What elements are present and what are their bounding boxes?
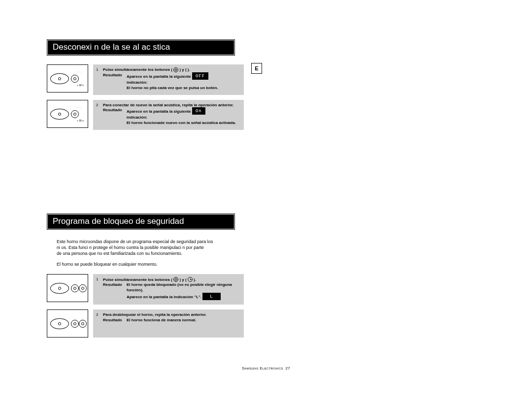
- result-label: Resultado: [103, 73, 127, 91]
- diagram-label: + 30 s: [77, 119, 84, 122]
- language-badge: E: [251, 63, 262, 74]
- result-label: Resultado: [103, 282, 127, 301]
- dial-icon: [50, 109, 69, 120]
- dial-icon: [50, 318, 69, 329]
- dial-icon: [50, 283, 69, 294]
- diagram-oven-buttons: [47, 309, 88, 338]
- sec2-step2-body: 2 Para desbloquear el horno, repita la o…: [93, 309, 244, 338]
- result-label: Resultado: [103, 108, 127, 126]
- dial-icon: [50, 73, 69, 84]
- sec2-step1-row: 1 Pulse simultáneamente los botones ( ) …: [47, 274, 244, 305]
- section2-paragraph2: El horno se puede bloquear en cualquier …: [57, 261, 254, 267]
- text: ) y (: [179, 277, 186, 282]
- text: Para desbloquear el horno, repita la ope…: [103, 312, 206, 317]
- text: ).: [188, 67, 190, 72]
- sec1-step1-body: 1 Pulse simultáneamente los botones ( ) …: [93, 64, 244, 95]
- text: Para conectar de nuevo la señal acústica…: [103, 103, 233, 107]
- step-number: 2: [96, 312, 98, 318]
- button-clock-icon: [79, 284, 87, 292]
- section1-title: Desconexi n de la se al ac stica: [47, 40, 234, 55]
- sec1-step2-body: 2 Para conectar de nuevo la señal acústi…: [93, 100, 244, 130]
- text: El horno no pita cada vez que se pulsa u…: [127, 86, 218, 90]
- sec2-step2-row: 2 Para desbloquear el horno, repita la o…: [47, 309, 244, 338]
- text: ).: [194, 277, 196, 282]
- language-badge-letter: E: [251, 63, 262, 74]
- button-stop-icon: [71, 75, 79, 83]
- button-stop-icon: [71, 320, 79, 328]
- ticks-icon: · · · · ·: [77, 106, 82, 109]
- text: de una persona que no est familiarizada …: [57, 251, 182, 256]
- display-off: OFF: [192, 72, 208, 80]
- stop-icon: [173, 277, 178, 282]
- ticks-icon: · · · · ·: [77, 71, 82, 73]
- text: El horno se puede bloquear en cualquier …: [57, 262, 158, 267]
- diagram-oven-buttons: [47, 274, 88, 302]
- diagram-oven-buttons: · · · · · + 30 s: [47, 100, 88, 128]
- display-on: On: [192, 107, 205, 115]
- section2-paragraph: Este horno microondas dispone de un prog…: [57, 239, 254, 256]
- text: Aparece en la pantalla la indicación "L"…: [127, 295, 201, 299]
- text: El horno funciona de manera normal.: [127, 318, 196, 322]
- diagram-label: + 30 s: [77, 84, 84, 87]
- diagram-oven-buttons: · · · · · + 30 s: [47, 64, 88, 92]
- text: Pulse simultáneamente los botones (: [103, 67, 172, 72]
- text: Aparece en la pantalla la siguiente: [127, 109, 191, 114]
- footer-page: 27: [286, 366, 291, 370]
- display-locked: L: [202, 293, 220, 300]
- text: Pulse simultáneamente los botones (: [103, 277, 172, 282]
- step-number: 1: [96, 67, 98, 73]
- text: ) y (: [179, 67, 186, 72]
- page-footer: Samsung Electronics 27: [0, 366, 532, 370]
- text: Este horno microondas dispone de un prog…: [57, 239, 213, 244]
- sec1-step2-row: · · · · · + 30 s 2 Para conectar de nuev…: [47, 100, 244, 130]
- button-clock-icon: [79, 320, 87, 328]
- clock-icon: [188, 277, 193, 282]
- text: función).: [127, 288, 143, 292]
- step-number: 1: [96, 277, 98, 282]
- text: ni os. Esta funci n protege el horno con…: [57, 245, 204, 250]
- sec2-step1-body: 1 Pulse simultáneamente los botones ( ) …: [93, 274, 244, 305]
- result-label: Resultado: [103, 318, 127, 323]
- footer-brand: Samsung Electronics: [242, 366, 283, 370]
- text: indicación:: [127, 80, 147, 85]
- text: El horno funcionade nuevo con la señal a…: [127, 121, 236, 125]
- stop-icon: [173, 67, 178, 72]
- text: El horno queda bloqueado (no es posible …: [127, 282, 232, 287]
- button-stop-icon: [71, 110, 79, 118]
- text: indicación:: [127, 115, 147, 120]
- step-number: 2: [96, 103, 98, 108]
- text: Aparece en la pantalla la siguiente: [127, 74, 191, 79]
- sec1-step1-row: · · · · · + 30 s 1 Pulse simultáneamente…: [47, 64, 244, 95]
- section2-title: Programa de bloqueo de seguridad: [47, 214, 234, 229]
- section2-title-bar: Programa de bloqueo de seguridad: [47, 214, 235, 230]
- section1-title-bar: Desconexi n de la se al ac stica: [47, 39, 235, 56]
- button-stop-icon: [71, 284, 79, 292]
